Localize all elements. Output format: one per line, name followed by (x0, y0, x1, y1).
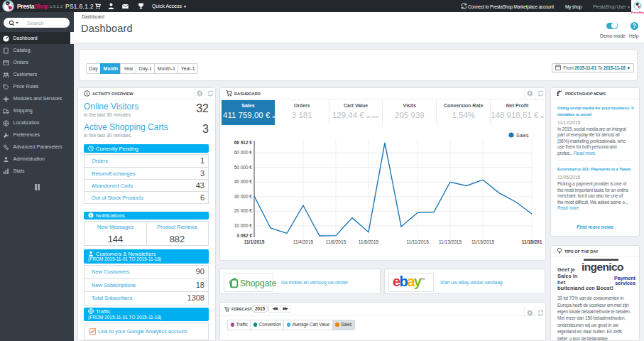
svg-text:ingenico: ingenico (582, 261, 623, 273)
svg-text:Sales: Sales (516, 133, 529, 138)
svg-text:11/6/2015: 11/6/2015 (326, 239, 346, 244)
svg-text:3 082 €: 3 082 € (236, 233, 252, 238)
svg-text:11/18/201: 11/18/201 (522, 239, 542, 244)
svg-text:11/4/2015: 11/4/2015 (293, 239, 314, 244)
svg-text:10 000 €: 10 000 € (234, 223, 253, 228)
svg-text:30 000 €: 30 000 € (234, 194, 253, 199)
svg-text:11/15/2015: 11/15/2015 (471, 239, 494, 244)
svg-text:50 000 €: 50 000 € (234, 165, 253, 170)
svg-text:11/8/2015: 11/8/2015 (359, 239, 379, 244)
svg-text:11/13/2015: 11/13/2015 (439, 239, 462, 244)
svg-text:11/1/2015: 11/1/2015 (244, 239, 265, 244)
svg-text:20 000 €: 20 000 € (234, 208, 253, 213)
svg-text:11/11/2015: 11/11/2015 (406, 239, 429, 244)
svg-text:60 000 €: 60 000 € (234, 150, 253, 155)
svg-text:66 912 €: 66 912 € (234, 140, 253, 145)
svg-text:40 000 €: 40 000 € (234, 179, 253, 184)
